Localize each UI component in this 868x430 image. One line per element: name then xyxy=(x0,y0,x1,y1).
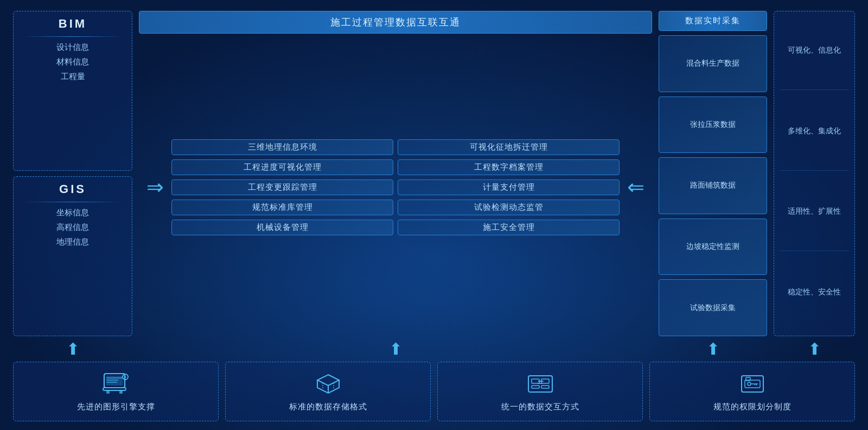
grid-cell-2: 工程进度可视化管理 xyxy=(171,159,393,175)
arrow-left-icon-container: ⇒ xyxy=(620,175,652,199)
svg-rect-6 xyxy=(106,390,110,394)
svg-rect-18 xyxy=(541,386,549,388)
key-icon xyxy=(738,373,767,397)
svg-rect-7 xyxy=(119,390,123,394)
svg-point-23 xyxy=(748,382,751,386)
gis-divider xyxy=(22,202,123,202)
box-icon xyxy=(314,373,342,397)
right-arrow-icon: ⇒ xyxy=(146,175,164,199)
arrow-up-far-right: ⬆ xyxy=(774,339,855,358)
data-top-bar: 数据实时采集 xyxy=(659,11,767,31)
grid-cell-3: 工程数字档案管理 xyxy=(398,159,620,175)
fr-item-3: 稳定性、安全性 xyxy=(780,258,849,331)
gis-item-1: 高程信息 xyxy=(22,222,123,233)
grid-cell-7: 试验检测动态监管 xyxy=(398,200,620,215)
bottom-card-2: 统一的数据交互方式 xyxy=(437,362,643,421)
arrows-row: ⬆ ⬆ ⬆ ⬆ xyxy=(13,339,855,358)
bim-divider xyxy=(22,36,123,37)
far-right-panel-inner: 可视化、信息化 多维化、集成化 适用性、扩展性 稳定性、安全性 xyxy=(774,11,855,336)
exchange-icon xyxy=(526,373,554,397)
fr-item-2: 适用性、扩展性 xyxy=(780,177,849,252)
svg-marker-10 xyxy=(317,375,339,386)
grid-cell-9: 施工安全管理 xyxy=(398,220,620,235)
left-arrow-icon: ⇒ xyxy=(627,175,644,199)
grid-cell-4: 工程变更跟踪管理 xyxy=(171,179,393,195)
bim-items: 设计信息 材料信息 工程量 xyxy=(22,42,123,82)
bottom-card-2-label: 统一的数据交互方式 xyxy=(501,402,579,412)
middle-row: ⇒ 三维地理信息环境 可视化征地拆迁管理 工程进度可视化管理 工程数字档案管理 … xyxy=(139,38,652,336)
bim-item-0: 设计信息 xyxy=(22,42,123,53)
bim-title: BIM xyxy=(22,17,123,31)
svg-rect-14 xyxy=(528,376,552,392)
bottom-section: ⬆ ⬆ ⬆ ⬆ xyxy=(13,339,855,421)
center-top-bar: 施工过程管理数据互联互通 xyxy=(139,11,652,34)
gis-items: 坐标信息 高程信息 地理信息 xyxy=(22,208,123,247)
grid-cell-8: 机械设备管理 xyxy=(171,220,393,235)
gis-title: GIS xyxy=(22,182,123,196)
bottom-card-1: 标准的数据存储格式 xyxy=(225,362,431,421)
grid-cell-1: 可视化征地拆迁管理 xyxy=(398,139,620,155)
gis-item-0: 坐标信息 xyxy=(22,208,123,218)
bottom-card-0: ? 先进的图形引擎支撑 xyxy=(13,362,219,421)
monitor-icon: ? xyxy=(102,373,130,397)
data-item-0: 混合料生产数据 xyxy=(659,35,767,92)
data-item-2: 路面铺筑数据 xyxy=(659,157,767,214)
top-section: BIM 设计信息 材料信息 工程量 GIS 坐标信息 高程信息 地理信息 xyxy=(13,11,855,336)
left-panels: BIM 设计信息 材料信息 工程量 GIS 坐标信息 高程信息 地理信息 xyxy=(13,11,132,336)
gis-item-2: 地理信息 xyxy=(22,237,123,247)
up-arrow-right-data-icon: ⬆ xyxy=(706,339,720,358)
svg-rect-15 xyxy=(532,379,539,383)
svg-rect-17 xyxy=(532,386,539,388)
data-items: 混合料生产数据 张拉压浆数据 路面铺筑数据 边坡稳定性监测 试验数据采集 xyxy=(659,35,767,336)
arrow-up-right-data: ⬆ xyxy=(659,339,767,358)
bim-panel: BIM 设计信息 材料信息 工程量 xyxy=(13,11,132,171)
main-container: BIM 设计信息 材料信息 工程量 GIS 坐标信息 高程信息 地理信息 xyxy=(0,0,868,430)
bim-item-2: 工程量 xyxy=(22,72,123,82)
svg-rect-1 xyxy=(106,376,123,386)
data-item-1: 张拉压浆数据 xyxy=(659,97,767,153)
grid-cell-0: 三维地理信息环境 xyxy=(171,139,393,155)
center-grid: 三维地理信息环境 可视化征地拆迁管理 工程进度可视化管理 工程数字档案管理 工程… xyxy=(171,139,620,235)
fr-item-0: 可视化、信息化 xyxy=(780,16,849,90)
center-section: 施工过程管理数据互联互通 ⇒ 三维地理信息环境 可视化征地拆迁管理 工程进度可视… xyxy=(139,11,652,336)
up-arrow-far-right-icon: ⬆ xyxy=(808,339,821,358)
bottom-cards-row: ? 先进的图形引擎支撑 标准的数据存储格式 xyxy=(13,362,855,421)
data-item-4: 试验数据采集 xyxy=(659,279,767,336)
bottom-card-3: 规范的权限划分制度 xyxy=(649,362,855,421)
bottom-card-3-label: 规范的权限划分制度 xyxy=(713,402,792,412)
bottom-card-1-label: 标准的数据存储格式 xyxy=(289,402,367,412)
fr-item-1: 多维化、集成化 xyxy=(780,97,849,171)
up-arrow-left-icon: ⬆ xyxy=(66,339,80,358)
gis-panel: GIS 坐标信息 高程信息 地理信息 xyxy=(13,176,132,336)
up-arrow-center-icon: ⬆ xyxy=(389,339,403,358)
grid-cell-5: 计量支付管理 xyxy=(398,179,620,195)
arrow-right-icon-container: ⇒ xyxy=(139,175,171,199)
data-item-3: 边坡稳定性监测 xyxy=(659,219,767,275)
bim-item-1: 材料信息 xyxy=(22,57,123,67)
bottom-card-0-label: 先进的图形引擎支撑 xyxy=(77,402,155,412)
arrow-up-left: ⬆ xyxy=(13,339,132,358)
svg-rect-5 xyxy=(103,388,126,390)
right-data-panel: 数据实时采集 混合料生产数据 张拉压浆数据 路面铺筑数据 边坡稳定性监测 试验数… xyxy=(659,11,767,336)
arrow-up-center: ⬆ xyxy=(139,339,652,358)
grid-cell-6: 规范标准库管理 xyxy=(171,200,393,215)
svg-marker-19 xyxy=(542,381,544,382)
far-right-panel: 可视化、信息化 多维化、集成化 适用性、扩展性 稳定性、安全性 xyxy=(774,11,855,336)
svg-text:?: ? xyxy=(124,375,126,380)
